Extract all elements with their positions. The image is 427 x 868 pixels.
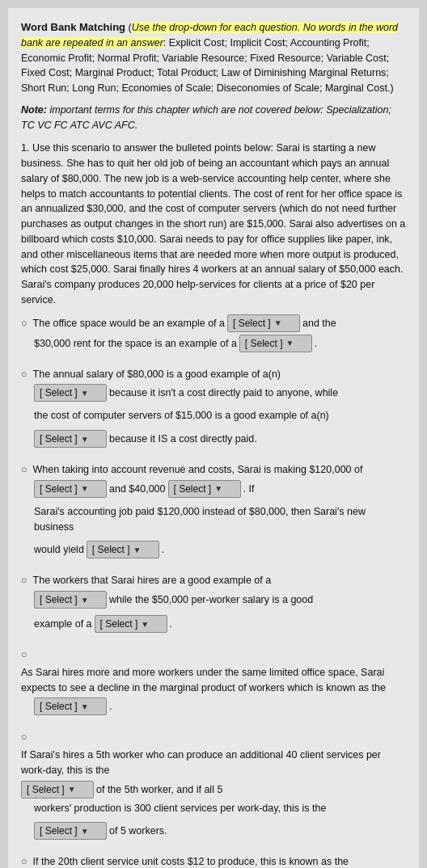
- sub-text: $30,000 rent for the space is an example…: [34, 336, 237, 352]
- sub-row: [ Select ]▼ .: [34, 697, 406, 715]
- sub-block: [ Select ]▼ because it isn't a cost dire…: [21, 384, 406, 454]
- list-item: ○ The office space would be an example o…: [21, 314, 406, 359]
- note-text: important terms for this chapter which a…: [21, 104, 391, 131]
- chevron-down-icon: ▼: [286, 337, 294, 349]
- bullet-marker: ○: [21, 316, 27, 331]
- sub-text: Sarai's accounting job paid $120,000 ins…: [34, 504, 406, 535]
- note-label: Note:: [21, 104, 47, 116]
- word-bank-section: Word Bank Matching (Use the drop-down fo…: [21, 19, 406, 96]
- sub-row: [ Select ]▼ and $40,000 [ Select ]▼ . If: [34, 480, 406, 498]
- list-item: ○ When taking into account revenue and c…: [21, 462, 406, 565]
- sub-text: would yield: [34, 542, 84, 558]
- chevron-down-icon: ▼: [81, 594, 89, 606]
- select-s7[interactable]: [ Select ]▼: [87, 541, 159, 558]
- sub-text: .: [109, 699, 112, 714]
- sub-text: .: [162, 542, 164, 558]
- sub-block: $30,000 rent for the space is an example…: [21, 335, 406, 352]
- note-section: Note: important terms for this chapter w…: [21, 103, 406, 133]
- list-item: ○ The workers that Sarai hires are a goo…: [21, 573, 406, 639]
- bullet-text: The office space would be an example of …: [33, 316, 225, 331]
- select-s12[interactable]: [ Select ]▼: [34, 822, 107, 840]
- sub-text: because it IS a cost directly paid.: [109, 432, 257, 447]
- sub-row: [ Select ]▼ because it isn't a cost dire…: [34, 384, 406, 402]
- sub-row: [ Select ]▼ while the $50,000 per-worker…: [34, 591, 406, 609]
- sub-text: the cost of computer servers of $15,000 …: [34, 408, 329, 423]
- select-s5[interactable]: [ Select ]▼: [34, 480, 107, 498]
- chevron-down-icon: ▼: [81, 825, 89, 837]
- sub-text: while the $50,000 per-worker salary is a…: [109, 592, 313, 608]
- bullet-marker: ○: [21, 462, 27, 478]
- bullet-text: The annual salary of $80,000 is a good e…: [33, 367, 281, 382]
- chevron-down-icon: ▼: [81, 387, 89, 399]
- sub-text: example of a: [34, 617, 92, 632]
- sub-text: and $40,000: [109, 482, 166, 497]
- chevron-down-icon: ▼: [141, 618, 149, 630]
- sub-block: [ Select ]▼ while the $50,000 per-worker…: [21, 591, 406, 639]
- sub-text: . If: [243, 482, 255, 497]
- bullet-text: The workers that Sarai hires are a good …: [33, 573, 272, 588]
- bullet-text: As Sarai hires more and more workers und…: [21, 665, 406, 696]
- chevron-down-icon: ▼: [214, 482, 222, 495]
- sub-block: workers' production is 300 client servic…: [21, 801, 406, 847]
- bullet-marker: ○: [21, 573, 27, 588]
- chevron-down-icon: ▼: [81, 433, 89, 445]
- select-s4[interactable]: [ Select ]▼: [34, 430, 107, 448]
- select-s1[interactable]: [ Select ]▼: [227, 314, 300, 332]
- bullet-marker: ○: [21, 730, 27, 745]
- chevron-down-icon: ▼: [81, 482, 89, 495]
- bullet-text: When taking into account revenue and cos…: [33, 462, 363, 478]
- sub-block: [ Select ]▼ and $40,000 [ Select ]▼ . If…: [21, 480, 406, 566]
- list-item: ○ The annual salary of $80,000 is a good…: [21, 367, 406, 455]
- chevron-down-icon: ▼: [133, 544, 142, 556]
- sub-row: [ Select ]▼ of 5 workers.: [34, 822, 406, 840]
- bullet-text: of the 5th worker, and if all 5: [96, 782, 222, 798]
- select-s6[interactable]: [ Select ]▼: [168, 480, 241, 498]
- sub-text: .: [170, 617, 172, 632]
- select-s11[interactable]: [ Select ]▼: [21, 781, 94, 798]
- sub-block: [ Select ]▼ .: [21, 697, 406, 722]
- bullet-text: If the 20th client service unit costs $1…: [33, 854, 349, 868]
- sub-row: would yield [ Select ]▼ .: [34, 541, 406, 558]
- chevron-down-icon: ▼: [274, 317, 282, 329]
- question-block: 1. Use this scenario to answer the bulle…: [21, 141, 406, 307]
- select-s10[interactable]: [ Select ]▼: [34, 697, 107, 715]
- bullet-text: and the: [302, 316, 336, 331]
- list-item: ○ If the 20th client service unit costs …: [21, 854, 406, 868]
- bullet-text: If Sarai's hires a 5th worker who can pr…: [21, 748, 406, 778]
- select-s8[interactable]: [ Select ]▼: [34, 591, 107, 609]
- select-s9[interactable]: [ Select ]▼: [95, 615, 167, 633]
- chevron-down-icon: ▼: [81, 701, 89, 713]
- sub-text: of 5 workers.: [109, 824, 167, 839]
- bullet-marker: ○: [21, 854, 27, 868]
- sub-row: example of a [ Select ]▼ .: [34, 615, 406, 633]
- sub-text: workers' production is 300 client servic…: [34, 801, 326, 816]
- sub-text: because it isn't a cost directly paid to…: [109, 386, 338, 401]
- select-s3[interactable]: [ Select ]▼: [34, 384, 107, 402]
- sub-row: the cost of computer servers of $15,000 …: [34, 408, 406, 423]
- sub-row: workers' production is 300 client servic…: [34, 801, 406, 816]
- select-s2[interactable]: [ Select ]▼: [239, 335, 312, 352]
- list-item: ○ If Sarai's hires a 5th worker who can …: [21, 730, 406, 846]
- question-text: Use this scenario to answer the bulleted…: [21, 142, 405, 305]
- sub-row: [ Select ]▼ because it IS a cost directl…: [34, 430, 406, 448]
- sub-text: .: [315, 336, 317, 352]
- question-number: 1.: [21, 142, 29, 154]
- page-container: Word Bank Matching (Use the drop-down fo…: [8, 8, 419, 868]
- bullet-marker: ○: [21, 647, 27, 663]
- bullet-list: ○ The office space would be an example o…: [21, 314, 406, 869]
- sub-row: Sarai's accounting job paid $120,000 ins…: [34, 504, 406, 535]
- chevron-down-icon: ▼: [68, 783, 76, 795]
- section-title: Word Bank Matching: [21, 21, 125, 33]
- list-item: ○ As Sarai hires more and more workers u…: [21, 647, 406, 722]
- bullet-marker: ○: [21, 367, 27, 382]
